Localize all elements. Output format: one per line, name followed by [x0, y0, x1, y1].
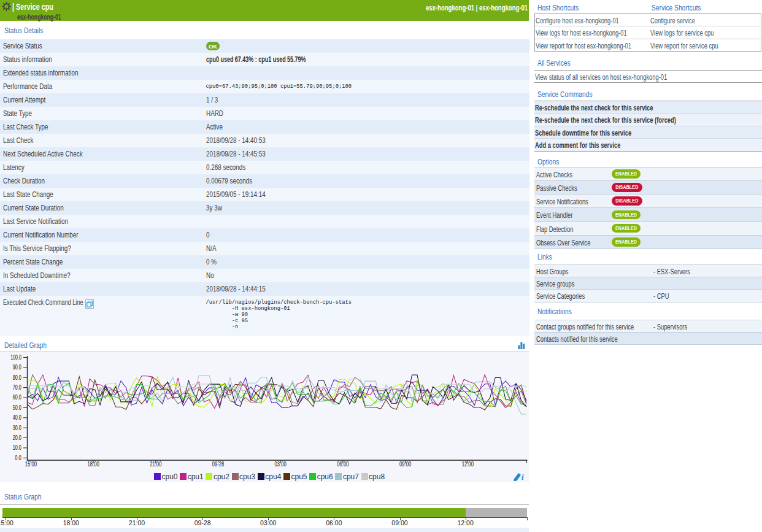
svg-text:18:00: 18:00 [87, 461, 99, 468]
svg-text:10.0: 10.0 [13, 444, 21, 451]
svg-text:30.0: 30.0 [13, 425, 21, 431]
svg-text:50.0: 50.0 [13, 404, 21, 411]
svg-text:0.0: 0.0 [15, 455, 21, 461]
svg-text:60.0: 60.0 [13, 394, 21, 401]
svg-text:21:00: 21:00 [150, 461, 162, 468]
svg-text:40.0: 40.0 [13, 414, 21, 421]
svg-text:03:00: 03:00 [275, 461, 287, 468]
svg-text:90.0: 90.0 [13, 364, 21, 371]
svg-text:70.0: 70.0 [13, 384, 21, 391]
svg-text:09-28: 09-28 [212, 461, 225, 468]
svg-text:12:00: 12:00 [462, 461, 474, 468]
svg-text:i: i [521, 472, 524, 481]
svg-text:100.0: 100.0 [10, 354, 21, 361]
svg-text:15:00: 15:00 [25, 461, 37, 468]
svg-text:20.0: 20.0 [13, 434, 21, 441]
svg-text:80.0: 80.0 [13, 374, 21, 381]
svg-text:06:00: 06:00 [337, 461, 349, 468]
svg-text:09:00: 09:00 [399, 461, 412, 468]
